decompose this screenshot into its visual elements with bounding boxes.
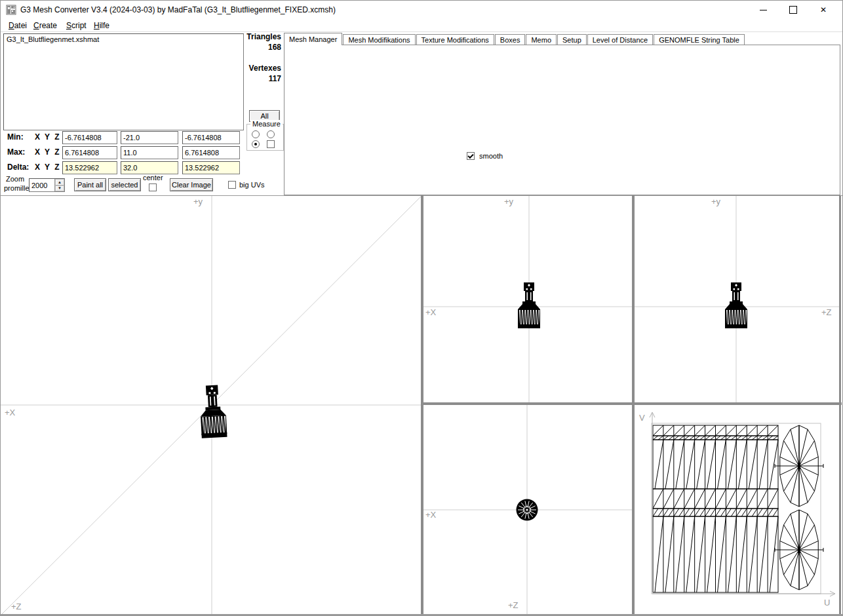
tab-mesh-modifikations[interactable]: Mesh Modifikations	[343, 34, 415, 45]
minimize-icon	[760, 10, 767, 10]
left-view-plus-y-label: +y	[193, 197, 203, 206]
tab-memo[interactable]: Memo	[526, 34, 557, 45]
tab-strip: Mesh ManagerMesh ModifikationsTexture Mo…	[284, 33, 745, 45]
selected-button[interactable]: selected	[108, 178, 141, 191]
big-uvs-label: big UVs	[239, 181, 265, 189]
measure-radio-2[interactable]	[267, 130, 275, 138]
mesh-listbox[interactable]: G3_It_Blutfliegenmet.xshmat	[3, 33, 244, 130]
menu-item-script[interactable]: Script	[64, 20, 89, 31]
tab-texture-modifications[interactable]: Texture Modifications	[416, 34, 494, 45]
viewports-canvas[interactable]: +y+X+Z+y+X+y+Z+X+ZVU	[1, 195, 843, 616]
menu-item-hilfe[interactable]: Hilfe	[91, 20, 112, 31]
measure-radio-1[interactable]	[252, 130, 260, 138]
tab-mesh-manager[interactable]: Mesh Manager	[284, 33, 342, 45]
measure-radio-3[interactable]	[252, 140, 260, 148]
delta-value-x[interactable]: 13.522962	[62, 161, 117, 174]
max-label: Max:	[7, 148, 25, 157]
tab-page	[284, 45, 840, 195]
zoom-label-line2: promille	[4, 184, 29, 193]
center-checkbox[interactable]	[149, 183, 157, 191]
triangles-value: 168	[231, 43, 281, 52]
zoom-spin-up-icon[interactable]: ▲	[55, 179, 64, 185]
minimize-button[interactable]	[748, 1, 778, 19]
vertexes-label: Vertexes	[231, 64, 281, 73]
viewport-area[interactable]: +y+X+Z+y+X+y+Z+X+ZVU	[1, 195, 843, 616]
maximize-button[interactable]	[778, 1, 808, 19]
front-view-plus-y-label: +y	[504, 197, 514, 206]
maximize-icon	[789, 6, 797, 14]
clear-image-button[interactable]: Clear Image	[170, 178, 213, 191]
app-icon	[6, 5, 16, 15]
title-bar: G3 Mesh Converter V3.4 (2024-03-03) by M…	[1, 1, 842, 19]
menu-bar: DateiCreateScriptHilfe	[1, 19, 842, 32]
zoom-promille-spinner[interactable]: 2000 ▲▼	[29, 178, 65, 192]
min-label: Min:	[7, 133, 24, 142]
center-label: center	[143, 174, 163, 182]
tab-setup[interactable]: Setup	[557, 34, 587, 45]
top-view-plus-z-label: +Z	[508, 600, 519, 610]
tab-boxes[interactable]: Boxes	[495, 34, 526, 45]
top-view-bottle-mesh	[517, 499, 538, 521]
side-view-plus-y-label: +y	[711, 197, 721, 206]
menu-item-datei[interactable]: Datei	[6, 20, 29, 31]
delta-value-y[interactable]: 32.0	[121, 161, 178, 174]
delta-value-z[interactable]: 13.522962	[182, 161, 240, 174]
smooth-label: smooth	[478, 152, 504, 161]
window-title: G3 Mesh Converter V3.4 (2024-03-03) by M…	[20, 5, 336, 14]
triangles-label: Triangles	[231, 33, 281, 41]
min-axes-label: X Y Z	[35, 133, 61, 142]
zoom-spin-down-icon[interactable]: ▼	[55, 185, 64, 192]
side-view-plus-z-label: +Z	[821, 307, 832, 317]
uv-view-u-label: U	[824, 598, 830, 607]
smooth-checkbox[interactable]	[467, 152, 475, 160]
list-item[interactable]: G3_It_Blutfliegenmet.xshmat	[4, 34, 243, 45]
measure-group-title: Measure	[250, 120, 283, 128]
left-view-plus-x-label: +X	[5, 408, 16, 417]
top-view-plus-x-label: +X	[425, 510, 437, 520]
min-value-x[interactable]: -6.7614808	[62, 131, 117, 144]
vertexes-value: 117	[231, 75, 281, 83]
close-button[interactable]: ✕	[808, 1, 838, 19]
max-value-x[interactable]: 6.7614808	[62, 146, 117, 159]
measure-checkbox[interactable]	[267, 140, 275, 148]
big-uvs-checkbox[interactable]	[228, 181, 236, 189]
max-axes-label: X Y Z	[35, 148, 61, 157]
min-value-z[interactable]: -6.7614808	[182, 131, 240, 144]
max-value-y[interactable]: 11.0	[121, 146, 178, 159]
app-window: G3 Mesh Converter V3.4 (2024-03-03) by M…	[0, 0, 843, 616]
tab-level-of-distance[interactable]: Level of Distance	[587, 34, 653, 45]
max-value-z[interactable]: 6.7614808	[182, 146, 240, 159]
zoom-label-line1: Zoom	[6, 175, 24, 183]
min-value-y[interactable]: -21.0	[121, 131, 178, 144]
paint-all-button[interactable]: Paint all	[74, 178, 106, 191]
zoom-promille-value: 2000	[29, 179, 54, 191]
delta-axes-label: X Y Z	[35, 163, 61, 172]
delta-label: Delta:	[7, 163, 29, 172]
close-icon: ✕	[820, 6, 827, 14]
left-view-plus-z-label: +Z	[11, 602, 22, 611]
tab-genomfle-string-table[interactable]: GENOMFLE String Table	[654, 34, 745, 45]
menu-item-create[interactable]: Create	[31, 20, 60, 31]
front-view-plus-x-label: +X	[425, 307, 437, 317]
measure-group: Measure	[246, 124, 284, 151]
uv-view-v-label: V	[639, 413, 645, 423]
